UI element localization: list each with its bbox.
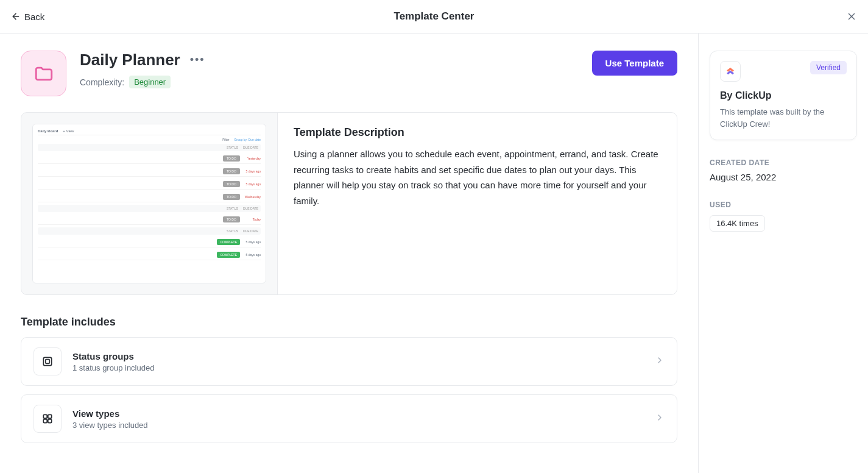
verified-badge: Verified (810, 61, 847, 74)
used-label: Used (710, 201, 857, 209)
preview-col-due: DUE DATE (243, 207, 258, 210)
preview-row: TO DOYesterday (38, 154, 261, 164)
page-title: Template Center (394, 10, 475, 23)
svg-rect-4 (46, 360, 50, 364)
preview-status: TO DO (223, 168, 240, 174)
preview-date: 5 days ago (242, 182, 261, 186)
side-column: Verified By ClickUp This template was bu… (699, 34, 868, 473)
template-preview: Daily Board + View Filter Group by: Due … (21, 113, 277, 294)
preview-row: TO DOToday (38, 215, 261, 225)
author-desc: This template was built by the ClickUp C… (720, 106, 847, 130)
preview-col-status: STATUS (227, 229, 238, 233)
svg-rect-7 (43, 419, 47, 423)
preview-date: 5 days ago (242, 240, 261, 244)
preview-date: Today (242, 218, 261, 221)
preview-status: TO DO (223, 155, 240, 162)
template-icon-thumb (21, 51, 66, 96)
more-options-button[interactable]: ••• (190, 54, 205, 66)
preview-status: TO DO (223, 181, 240, 187)
author-card: Verified By ClickUp This template was bu… (710, 51, 857, 140)
description-card: Daily Board + View Filter Group by: Due … (21, 112, 677, 295)
svg-rect-5 (43, 414, 47, 418)
preview-col-status: STATUS (227, 207, 238, 210)
preview-row: TO DO5 days ago (38, 166, 261, 177)
created-date-label: Created Date (710, 158, 857, 167)
description-body: Using a planner allows you to schedule e… (294, 146, 661, 208)
include-status-groups[interactable]: Status groups 1 status group included (21, 337, 677, 386)
folder-icon (34, 63, 54, 84)
preview-row: TO DO5 days ago (38, 179, 261, 190)
back-label: Back (24, 12, 44, 22)
svg-rect-6 (48, 414, 52, 418)
svg-rect-3 (43, 357, 51, 365)
close-button[interactable] (846, 11, 857, 22)
preview-date: 5 days ago (242, 169, 261, 173)
preview-row: COMPLETE5 days ago (38, 237, 261, 247)
include-view-types[interactable]: View types 3 view types included (21, 394, 677, 443)
status-groups-icon (34, 347, 62, 375)
preview-status: TO DO (223, 194, 240, 200)
preview-col-due: DUE DATE (243, 229, 258, 233)
preview-col-due: DUE DATE (243, 146, 258, 149)
view-types-icon (34, 405, 62, 433)
use-template-button[interactable]: Use Template (592, 51, 677, 76)
clickup-logo (720, 61, 741, 82)
includes-title: Template includes (21, 316, 677, 329)
preview-status: COMPLETE (217, 239, 240, 245)
svg-rect-8 (48, 419, 52, 423)
complexity-label: Complexity: (80, 77, 124, 87)
description-heading: Template Description (294, 126, 661, 139)
chevron-right-icon (655, 355, 665, 368)
author-by: By ClickUp (720, 90, 847, 101)
main-column: Daily Planner ••• Complexity: Beginner U… (0, 34, 699, 473)
created-date-value: August 25, 2022 (710, 172, 857, 182)
close-icon (846, 11, 857, 22)
include-sub: 1 status group included (72, 363, 644, 372)
complexity-badge: Beginner (129, 76, 171, 88)
chevron-right-icon (655, 413, 665, 425)
preview-date: Yesterday (242, 157, 261, 160)
include-name: View types (72, 408, 644, 419)
preview-row: COMPLETE5 days ago (38, 250, 261, 260)
include-sub: 3 view types included (72, 421, 644, 430)
preview-filter: Filter (222, 138, 229, 141)
preview-status: COMPLETE (217, 252, 240, 258)
used-value: 16.4K times (710, 215, 765, 232)
preview-status: TO DO (223, 216, 240, 222)
include-name: Status groups (72, 351, 644, 361)
preview-tab-addview: + View (63, 129, 74, 133)
preview-row: TO DOWednesday (38, 192, 261, 202)
preview-tab-daily: Daily Board (38, 129, 58, 133)
preview-groupby: Group by: Due date (234, 138, 261, 141)
back-button[interactable]: Back (11, 12, 44, 22)
top-bar: Back Template Center (0, 0, 868, 34)
preview-date: 5 days ago (242, 253, 261, 257)
preview-date: Wednesday (242, 195, 261, 199)
template-title: Daily Planner (80, 51, 180, 69)
preview-col-status: STATUS (227, 146, 238, 149)
arrow-left-icon (11, 12, 21, 21)
